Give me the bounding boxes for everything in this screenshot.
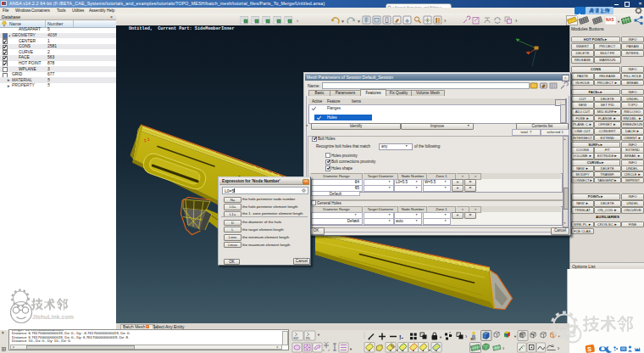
svg-text:ENT.: ENT. (471, 338, 476, 341)
svg-text:▼: ▼ (317, 333, 320, 337)
svg-text:›: › (297, 18, 298, 23)
svg-text:▼: ▼ (514, 334, 517, 339)
svg-text:ENT: ENT (294, 337, 299, 340)
svg-text:▼: ▼ (428, 349, 430, 352)
svg-text:PID: PID (306, 337, 311, 340)
svg-text:▼: ▼ (341, 19, 345, 24)
svg-text:›: › (515, 18, 518, 24)
svg-text:▼: ▼ (617, 20, 620, 24)
svg-text:▼: ▼ (439, 335, 442, 339)
svg-text:▼: ▼ (349, 347, 353, 351)
svg-text:▼: ▼ (357, 19, 361, 24)
svg-text:NAS: NAS (606, 18, 614, 22)
svg-text:›: › (444, 18, 447, 24)
svg-text:!-: !- (399, 333, 403, 341)
svg-text:▼: ▼ (558, 334, 561, 339)
svg-text:›: › (465, 333, 467, 339)
svg-text:›: › (558, 345, 559, 351)
svg-text:›: › (502, 345, 504, 351)
